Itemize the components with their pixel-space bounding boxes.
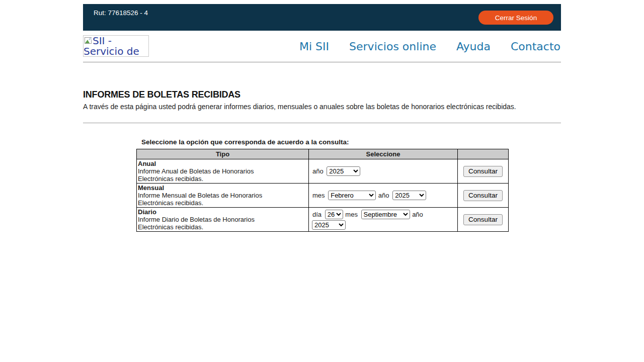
anual-consultar-button[interactable]: Consultar <box>463 166 503 177</box>
rut-label: Rut: 77618526 - 4 <box>94 9 148 17</box>
tipo-anual-label: Anual <box>138 160 307 167</box>
consulta-section: Seleccione la opción que corresponda de … <box>136 138 561 232</box>
tipo-diario-label: Diario <box>138 208 307 216</box>
tipo-diario-description: Informe Diario de Boletas de Honorarios … <box>138 216 289 231</box>
sii-logo-broken-image[interactable]: SII - Servicio de <box>83 35 149 57</box>
nav-contacto[interactable]: Contacto <box>511 40 560 53</box>
table-header-row: Tipo Seleccione <box>137 149 509 159</box>
main-nav: Mi SII Servicios online Ayuda Contacto <box>299 40 561 53</box>
diario-dia-label: día <box>312 211 321 218</box>
page-container: Rut: 77618526 - 4 Cerrar Sesión SII - Se… <box>83 4 561 232</box>
anual-anio-select[interactable]: 2025 <box>327 166 360 176</box>
diario-mes-select[interactable]: Septiembre <box>361 210 410 219</box>
diario-mes-label: mes <box>345 211 358 218</box>
section-divider <box>83 123 561 123</box>
mensual-mes-label: mes <box>312 192 325 199</box>
diario-consultar-button[interactable]: Consultar <box>463 214 503 225</box>
table-row-mensual: Mensual Informe Mensual de Boletas de Ho… <box>137 184 509 208</box>
nav-ayuda[interactable]: Ayuda <box>456 40 491 53</box>
anual-anio-label: año <box>312 167 324 175</box>
cerrar-sesion-button[interactable]: Cerrar Sesión <box>478 11 553 25</box>
mensual-consultar-button[interactable]: Consultar <box>463 190 503 201</box>
header-accion <box>458 149 509 159</box>
page-subtitle: A través de esta página usted podrá gene… <box>83 103 561 111</box>
consulta-prompt: Seleccione la opción que corresponda de … <box>141 138 561 146</box>
mensual-anio-select[interactable]: 2025 <box>392 191 426 200</box>
diario-anio-label: año <box>412 211 423 218</box>
site-header: SII - Servicio de Mi SII Servicios onlin… <box>83 31 561 62</box>
table-row-diario: Diario Informe Diario de Boletas de Hono… <box>137 208 509 232</box>
broken-image-icon <box>85 37 92 44</box>
tipo-mensual-description: Informe Mensual de Boletas de Honorarios… <box>138 192 289 207</box>
nav-servicios-online[interactable]: Servicios online <box>349 40 436 53</box>
page-title: INFORMES DE BOLETAS RECIBIDAS <box>83 89 561 100</box>
tipo-mensual-label: Mensual <box>138 184 307 192</box>
header-seleccione: Seleccione <box>309 149 458 159</box>
mensual-mes-select[interactable]: Febrero <box>328 191 376 200</box>
tipo-anual-description: Informe Anual de Boletas de Honorarios E… <box>138 167 289 183</box>
mensual-anio-label: año <box>378 192 389 199</box>
session-topbar: Rut: 77618526 - 4 Cerrar Sesión <box>83 4 561 31</box>
diario-dia-select[interactable]: 26 <box>325 210 343 219</box>
diario-anio-select[interactable]: 2025 <box>312 220 346 230</box>
table-row-anual: Anual Informe Anual de Boletas de Honora… <box>137 159 509 184</box>
nav-mi-sii[interactable]: Mi SII <box>299 40 329 53</box>
header-tipo: Tipo <box>137 149 309 159</box>
informes-table: Tipo Seleccione Anual Informe Anual de B… <box>136 149 509 232</box>
